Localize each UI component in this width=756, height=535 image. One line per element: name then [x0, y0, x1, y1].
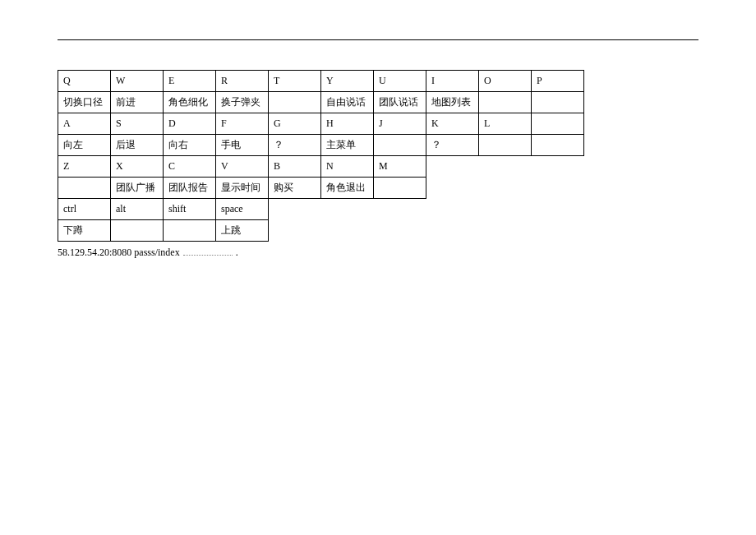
key-cell: I	[426, 71, 479, 92]
action-cell	[374, 178, 426, 199]
action-cell: 后退	[111, 135, 164, 156]
action-cell: 下蹲	[58, 220, 111, 242]
action-cell: 自由说话	[321, 92, 374, 113]
key-cell: B	[269, 156, 321, 178]
key-cell: H	[321, 113, 374, 135]
key-cell: F	[216, 113, 269, 135]
action-cell	[532, 92, 584, 113]
action-cell: 购买	[269, 178, 321, 199]
footer-text: 58.129.54.20:8080 passs/index	[58, 247, 180, 259]
key-cell: alt	[111, 199, 164, 220]
action-cell	[164, 220, 216, 242]
action-cell: 向右	[164, 135, 216, 156]
key-cell: L	[479, 113, 532, 135]
document-page: Q W E R T Y U I O P 切换口径 前进 角色细化 换子弹夹 自由…	[0, 0, 756, 259]
empty-region	[426, 156, 584, 242]
action-cell	[374, 135, 426, 156]
key-cell: A	[58, 113, 111, 135]
key-cell: ctrl	[58, 199, 111, 220]
action-cell: 团队报告	[164, 178, 216, 199]
action-cell: ？	[269, 135, 321, 156]
action-cell	[269, 92, 321, 113]
action-cell: ？	[426, 135, 479, 156]
key-cell: Y	[321, 71, 374, 92]
footer-line: 58.129.54.20:8080 passs/index.	[58, 247, 698, 259]
action-cell	[479, 135, 532, 156]
key-cell: U	[374, 71, 426, 92]
action-cell: 切换口径	[58, 92, 111, 113]
footer-trail: .	[236, 247, 238, 259]
dotted-underline	[183, 247, 233, 256]
key-cell: shift	[164, 199, 216, 220]
action-cell: 地图列表	[426, 92, 479, 113]
key-cell: Q	[58, 71, 111, 92]
action-cell: 团队说话	[374, 92, 426, 113]
action-cell	[479, 92, 532, 113]
action-cell: 上跳	[216, 220, 269, 242]
action-cell: 角色退出	[321, 178, 374, 199]
key-cell: G	[269, 113, 321, 135]
key-cell: N	[321, 156, 374, 178]
action-cell: 换子弹夹	[216, 92, 269, 113]
table-row: 切换口径 前进 角色细化 换子弹夹 自由说话 团队说话 地图列表	[58, 92, 584, 113]
key-cell: E	[164, 71, 216, 92]
action-cell: 向左	[58, 135, 111, 156]
key-cell: space	[216, 199, 269, 220]
key-cell: R	[216, 71, 269, 92]
action-cell: 团队广播	[111, 178, 164, 199]
action-cell	[532, 135, 584, 156]
action-cell	[58, 178, 111, 199]
key-cell: K	[426, 113, 479, 135]
action-cell: 显示时间	[216, 178, 269, 199]
key-cell: D	[164, 113, 216, 135]
key-cell	[532, 113, 584, 135]
empty-region	[269, 199, 426, 242]
keybinding-table: Q W E R T Y U I O P 切换口径 前进 角色细化 换子弹夹 自由…	[58, 70, 584, 242]
key-cell: Z	[58, 156, 111, 178]
key-cell: X	[111, 156, 164, 178]
action-cell: 角色细化	[164, 92, 216, 113]
key-cell: C	[164, 156, 216, 178]
key-cell: S	[111, 113, 164, 135]
table-row: Q W E R T Y U I O P	[58, 71, 584, 92]
table-row: A S D F G H J K L	[58, 113, 584, 135]
key-cell: P	[532, 71, 584, 92]
horizontal-rule	[58, 39, 698, 40]
key-cell: W	[111, 71, 164, 92]
key-cell: O	[479, 71, 532, 92]
key-cell: M	[374, 156, 426, 178]
key-cell: V	[216, 156, 269, 178]
table-row: 向左 后退 向右 手电 ？ 主菜单 ？	[58, 135, 584, 156]
table-row: Z X C V B N M	[58, 156, 584, 178]
key-cell: T	[269, 71, 321, 92]
key-cell: J	[374, 113, 426, 135]
action-cell: 手电	[216, 135, 269, 156]
action-cell: 主菜单	[321, 135, 374, 156]
action-cell	[111, 220, 164, 242]
action-cell: 前进	[111, 92, 164, 113]
